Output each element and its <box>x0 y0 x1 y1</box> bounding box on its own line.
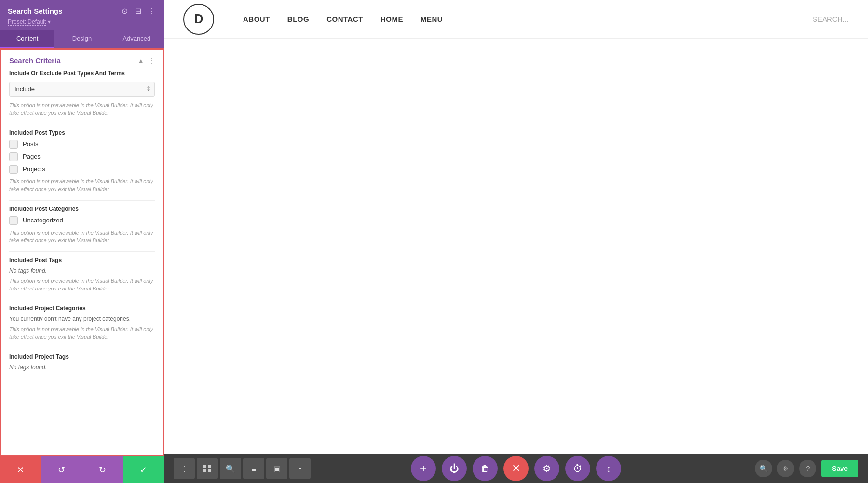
collapse-icon[interactable]: ▲ <box>137 57 144 65</box>
helper-text-4: This option is not previewable in the Vi… <box>9 277 155 293</box>
left-panel: Search Settings ⊙ ⊟ ⋮ Preset: Default ▾ … <box>0 0 164 483</box>
nav-about[interactable]: ABOUT <box>243 15 270 23</box>
close-button[interactable]: ✕ <box>0 456 41 483</box>
section-title: Search Criteria <box>9 56 61 65</box>
checkbox-projects-box[interactable] <box>9 165 18 174</box>
checkbox-uncategorized-box[interactable] <box>9 216 18 225</box>
panel-header: Search Settings ⊙ ⊟ ⋮ Preset: Default ▾ <box>0 0 164 30</box>
close-icon: ✕ <box>17 465 24 475</box>
toolbar-left: ⋮ 🔍 🖥 ▣ ▪ <box>174 458 311 479</box>
nav-menu[interactable]: MENU <box>420 15 443 23</box>
divider-2 <box>9 200 155 201</box>
columns-icon[interactable]: ⊟ <box>133 6 143 15</box>
logo: D <box>183 4 214 35</box>
toolbar-mobile-icon[interactable]: ▪ <box>289 458 311 479</box>
settings-center-button[interactable]: ⚙ <box>534 456 559 481</box>
checkbox-projects: Projects <box>9 165 155 174</box>
panel-header-icons: ⊙ ⊟ ⋮ <box>120 6 156 15</box>
top-nav: D ABOUT BLOG CONTACT HOME MENU SEARCH... <box>164 0 868 39</box>
helper-text-3: This option is not previewable in the Vi… <box>9 229 155 245</box>
toolbar-more-icon[interactable]: ⋮ <box>174 458 195 479</box>
include-exclude-select[interactable]: Include Exclude <box>9 82 155 97</box>
add-button[interactable]: + <box>411 456 436 481</box>
history-button[interactable]: ⏱ <box>565 456 590 481</box>
panel-tabs: Content Design Advanced <box>0 30 164 48</box>
toolbar-right: 🔍 ⚙ ? Save <box>755 460 858 477</box>
preset-label[interactable]: Preset: Default ▾ <box>8 18 156 25</box>
help-icon[interactable]: ? <box>799 460 816 477</box>
toolbar-center: + ⏻ 🗑 ✕ ⚙ ⏱ ↕ <box>411 456 621 481</box>
nav-home[interactable]: HOME <box>380 15 403 23</box>
included-post-types-label: Included Post Types <box>9 129 155 136</box>
undo-icon: ↺ <box>58 465 65 475</box>
bottom-toolbar: ⋮ 🔍 🖥 ▣ ▪ + ⏻ 🗑 ✕ ⚙ ⏱ ↕ 🔍 <box>164 454 868 483</box>
tab-content[interactable]: Content <box>0 30 54 48</box>
nav-contact[interactable]: CONTACT <box>326 15 363 23</box>
panel-footer: ✕ ↺ ↻ ✓ <box>0 456 164 483</box>
checkbox-projects-label: Projects <box>23 166 45 173</box>
close-center-button[interactable]: ✕ <box>503 456 529 481</box>
include-exclude-select-wrapper: Include Exclude ⇕ <box>9 82 155 97</box>
checkbox-posts-label: Posts <box>23 140 39 148</box>
included-project-categories-label: Included Project Categories <box>9 305 155 312</box>
divider-4 <box>9 300 155 300</box>
included-post-categories-label: Included Post Categories <box>9 206 155 212</box>
search-criteria-section-header: Search Criteria ▲ ⋮ <box>1 48 163 69</box>
include-exclude-label: Include Or Exclude Post Types And Terms <box>9 69 155 78</box>
toolbar-grid-icon[interactable] <box>197 458 218 479</box>
svg-rect-1 <box>208 465 211 468</box>
divider-5 <box>9 348 155 348</box>
no-project-tags-text: No tags found. <box>9 364 155 371</box>
main-area: D ABOUT BLOG CONTACT HOME MENU SEARCH...… <box>164 0 868 483</box>
settings-icon[interactable]: ⊙ <box>120 6 129 15</box>
search-right-icon[interactable]: 🔍 <box>755 460 772 477</box>
nav-search[interactable]: SEARCH... <box>813 15 849 23</box>
no-tags-text: No tags found. <box>9 267 155 274</box>
included-project-tags-label: Included Project Tags <box>9 353 155 360</box>
power-button[interactable]: ⏻ <box>442 456 467 481</box>
checkbox-posts: Posts <box>9 140 155 149</box>
checkbox-pages-box[interactable] <box>9 152 18 161</box>
tab-design[interactable]: Design <box>54 30 109 48</box>
save-button[interactable]: Save <box>821 460 858 477</box>
section-body: Include Or Exclude Post Types And Terms … <box>1 69 163 381</box>
no-project-categories-text: You currently don't have any project cat… <box>9 316 155 322</box>
divider-1 <box>9 124 155 124</box>
checkbox-uncategorized: Uncategorized <box>9 216 155 225</box>
checkbox-uncategorized-label: Uncategorized <box>23 217 63 224</box>
more-icon[interactable]: ⋮ <box>147 6 156 15</box>
toolbar-tablet-icon[interactable]: ▣ <box>266 458 287 479</box>
panel-scrollable-content: Search Criteria ▲ ⋮ Include Or Exclude P… <box>0 48 164 456</box>
settings-right-icon[interactable]: ⚙ <box>777 460 794 477</box>
checkbox-pages-label: Pages <box>23 153 41 160</box>
checkbox-posts-box[interactable] <box>9 140 18 149</box>
panel-title: Search Settings <box>8 7 62 15</box>
undo-button[interactable]: ↺ <box>41 456 82 483</box>
included-post-tags-label: Included Post Tags <box>9 257 155 263</box>
canvas-area <box>164 39 868 454</box>
check-icon: ✓ <box>140 465 147 475</box>
redo-button[interactable]: ↻ <box>82 456 123 483</box>
delete-button[interactable]: 🗑 <box>473 456 498 481</box>
section-more-icon[interactable]: ⋮ <box>148 57 155 65</box>
svg-rect-2 <box>203 469 206 472</box>
checkbox-pages: Pages <box>9 152 155 161</box>
redo-icon: ↻ <box>99 465 106 475</box>
helper-text-5: This option is not previewable in the Vi… <box>9 325 155 341</box>
helper-text-1: This option is not previewable in the Vi… <box>9 101 155 117</box>
check-button[interactable]: ✓ <box>123 456 164 483</box>
tab-advanced[interactable]: Advanced <box>109 30 164 48</box>
helper-text-2: This option is not previewable in the Vi… <box>9 178 155 193</box>
toolbar-search-icon[interactable]: 🔍 <box>220 458 241 479</box>
toolbar-desktop-icon[interactable]: 🖥 <box>243 458 264 479</box>
svg-rect-0 <box>203 465 206 468</box>
svg-rect-3 <box>208 469 211 472</box>
nav-links: ABOUT BLOG CONTACT HOME MENU <box>243 15 793 23</box>
nav-blog[interactable]: BLOG <box>287 15 309 23</box>
sort-button[interactable]: ↕ <box>596 456 621 481</box>
divider-3 <box>9 251 155 252</box>
